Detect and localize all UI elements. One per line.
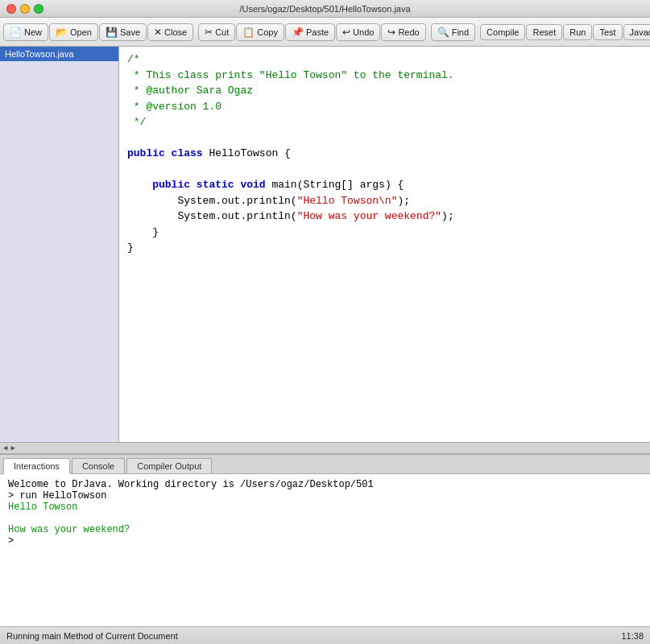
console-line-1: Welcome to DrJava. Working directory is … [8, 479, 642, 490]
reset-button[interactable]: Reset [526, 24, 562, 40]
open-icon: 📂 [56, 27, 68, 38]
tabs-bar: Interactions Console Compiler Output [0, 455, 650, 474]
title-bar: /Users/ogaz/Desktop/501/HelloTowson.java [0, 0, 650, 18]
copy-button[interactable]: 📋 Copy [236, 23, 284, 41]
paste-icon: 📌 [292, 27, 304, 38]
status-bar: Running main Method of Current Document … [0, 626, 650, 644]
find-icon: 🔍 [437, 27, 449, 38]
save-button[interactable]: 💾 Save [99, 23, 147, 41]
tab-interactions[interactable]: Interactions [3, 458, 70, 474]
close-icon: ✕ [154, 27, 162, 38]
open-button[interactable]: 📂 Open [49, 23, 98, 41]
scroll-right-icon[interactable]: ▶ [10, 444, 14, 452]
window-title: /Users/ogaz/Desktop/501/HelloTowson.java [239, 4, 410, 14]
redo-button[interactable]: ↪ Redo [381, 23, 425, 41]
save-icon: 💾 [106, 27, 118, 38]
console-line-2: > run HelloTowson [8, 490, 642, 502]
new-button[interactable]: 📄 New [3, 23, 48, 41]
console-line-6: > [8, 535, 642, 547]
copy-icon: 📋 [242, 27, 255, 38]
new-icon: 📄 [10, 27, 22, 38]
tab-compiler-output[interactable]: Compiler Output [126, 458, 212, 473]
file-item[interactable]: HelloTowson.java [0, 47, 118, 61]
code-editor[interactable]: /* * This class prints "Hello Towson" to… [119, 47, 650, 442]
toolbar: 📄 New 📂 Open 💾 Save ✕ Close ✂ Cut 📋 Copy… [0, 18, 650, 47]
status-message: Running main Method of Current Document [6, 631, 178, 641]
console-line-3: Hello Towson [8, 502, 642, 513]
minimize-window-button[interactable] [20, 4, 30, 14]
compile-button[interactable]: Compile [480, 24, 525, 40]
console-line-5: How was your weekend? [8, 524, 642, 535]
status-time: 11:38 [621, 631, 644, 641]
redo-icon: ↪ [387, 27, 395, 38]
close-button[interactable]: ✕ Close [147, 23, 193, 41]
paste-button[interactable]: 📌 Paste [285, 23, 335, 41]
find-button[interactable]: 🔍 Find [431, 23, 475, 41]
main-area: HelloTowson.java /* * This class prints … [0, 47, 650, 442]
undo-icon: ↩ [342, 27, 350, 38]
maximize-window-button[interactable] [34, 4, 43, 14]
scroll-indicator: ◀ ▶ [0, 442, 650, 453]
console-output[interactable]: Welcome to DrJava. Working directory is … [0, 474, 650, 626]
bottom-panel: Interactions Console Compiler Output Wel… [0, 453, 650, 626]
test-button[interactable]: Test [593, 24, 622, 40]
close-window-button[interactable] [6, 4, 16, 14]
cut-button[interactable]: ✂ Cut [198, 23, 235, 41]
code-content: /* * This class prints "Hello Towson" to… [127, 52, 642, 256]
tab-console[interactable]: Console [72, 458, 125, 473]
cut-icon: ✂ [205, 27, 213, 38]
javadoc-button[interactable]: Javadoc [623, 24, 650, 40]
run-button[interactable]: Run [563, 24, 592, 40]
undo-button[interactable]: ↩ Undo [336, 23, 380, 41]
console-line-4 [8, 513, 642, 524]
scroll-left-icon[interactable]: ◀ [3, 444, 7, 452]
file-panel: HelloTowson.java [0, 47, 119, 442]
window-controls[interactable] [6, 4, 43, 14]
